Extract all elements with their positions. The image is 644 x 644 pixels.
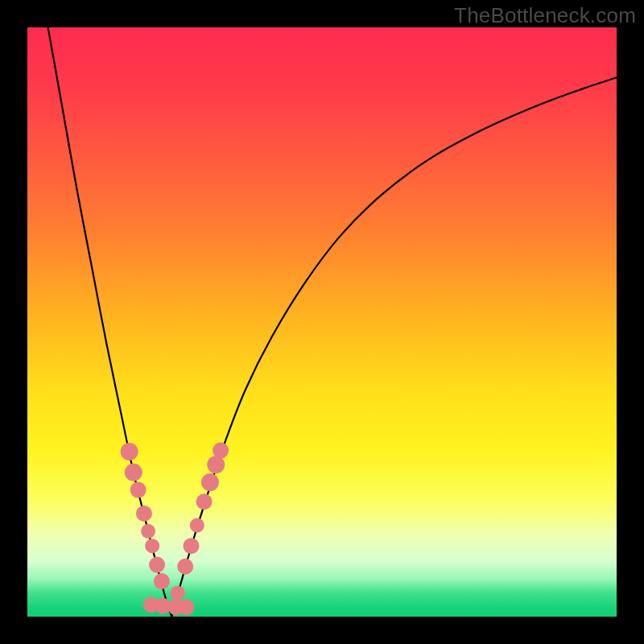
bottleneck-chart — [27, 27, 617, 617]
marker-dot — [213, 443, 229, 459]
marker-dot — [171, 586, 185, 601]
marker-dot — [141, 524, 155, 539]
marker-dot — [136, 506, 152, 522]
marker-dot — [196, 493, 213, 510]
marker-dot — [201, 473, 219, 491]
marker-dot — [177, 559, 193, 575]
marker-dot — [145, 539, 159, 553]
marker-dot — [190, 518, 204, 533]
marker-dot — [183, 538, 199, 554]
marker-dot — [121, 443, 138, 460]
watermark-text: TheBottleneck.com — [454, 3, 636, 28]
marker-dot — [130, 482, 147, 498]
chart-frame: TheBottleneck.com — [0, 0, 644, 644]
marker-dot — [125, 464, 142, 481]
marker-dot — [179, 599, 195, 615]
marker-dot — [149, 557, 165, 573]
marker-dot — [207, 456, 225, 473]
marker-dot — [154, 573, 170, 589]
gradient-background — [27, 27, 617, 617]
